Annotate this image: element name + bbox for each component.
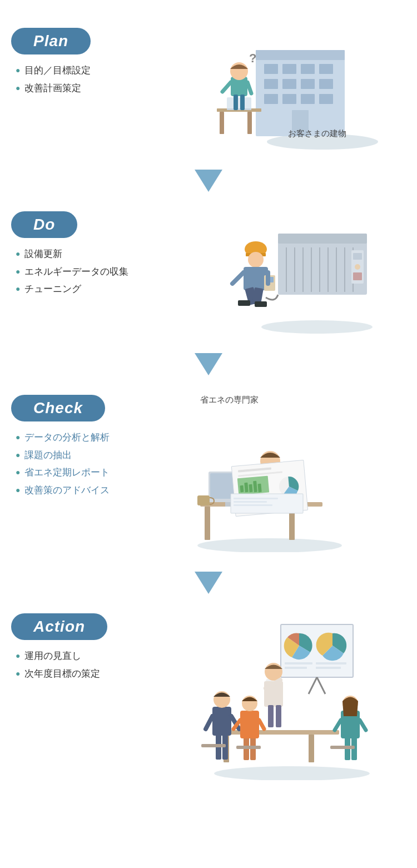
- svg-line-123: [360, 720, 366, 730]
- svg-rect-12: [282, 94, 296, 104]
- arrow-down-icon-3: [192, 569, 225, 597]
- svg-line-52: [232, 272, 244, 284]
- svg-rect-77: [249, 484, 252, 492]
- svg-rect-83: [234, 501, 267, 503]
- svg-line-25: [247, 82, 251, 93]
- svg-rect-56: [238, 300, 250, 306]
- plan-left: Plan 目的／目標設定 改善計画策定: [11, 28, 178, 98]
- svg-rect-57: [255, 301, 267, 307]
- plan-bullet-2: 改善計画策定: [16, 81, 178, 96]
- svg-point-44: [355, 264, 360, 270]
- page-container: Plan 目的／目標設定 改善計画策定: [0, 0, 417, 808]
- svg-rect-126: [330, 746, 355, 749]
- check-bullet-2: 課題の抽出: [16, 448, 178, 463]
- expert-label: 省エネの専門家: [200, 395, 259, 405]
- svg-rect-108: [212, 707, 231, 736]
- svg-rect-6: [319, 64, 333, 74]
- check-bullet-3: 省エネ定期レポート: [16, 465, 178, 480]
- svg-rect-102: [276, 705, 281, 727]
- do-bullet-3: チューニング: [16, 282, 178, 296]
- arrow-down-icon-1: [192, 167, 225, 195]
- check-right: 省エネの専門家: [178, 395, 406, 552]
- action-label: Action: [33, 618, 85, 635]
- do-section: Do 設備更新 エネルギーデータの収集 チューニング: [0, 206, 417, 334]
- arrow-1: [0, 161, 417, 206]
- svg-rect-45: [353, 272, 362, 280]
- svg-rect-95: [316, 662, 346, 664]
- svg-line-122: [335, 720, 341, 730]
- arrow-2: [0, 345, 417, 389]
- do-badge: Do: [11, 211, 77, 238]
- svg-rect-101: [268, 705, 274, 727]
- svg-rect-10: [319, 79, 333, 89]
- svg-rect-5: [301, 64, 315, 74]
- arrow-down-icon-2: [192, 350, 225, 378]
- svg-rect-7: [264, 79, 278, 89]
- plan-bullet-list: 目的／目標設定 改善計画策定: [16, 63, 178, 95]
- svg-rect-81: [231, 494, 303, 513]
- do-bullet-list: 設備更新 エネルギーデータの収集 チューニング: [16, 247, 178, 296]
- action-right: [178, 613, 406, 780]
- svg-rect-93: [285, 662, 312, 664]
- plan-right: ? お客さまの建物: [178, 28, 406, 150]
- action-section: Action 運用の見直し 次年度目標の策定: [0, 608, 417, 780]
- svg-line-110: [206, 716, 212, 729]
- svg-point-87: [214, 766, 370, 780]
- svg-rect-94: [285, 667, 307, 669]
- do-right: [178, 211, 406, 334]
- check-section: Check データの分析と解析 課題の抽出 省エネ定期レポート 改善策のアドバイ…: [0, 389, 417, 552]
- do-left: Do 設備更新 エネルギーデータの収集 チューニング: [11, 211, 178, 300]
- svg-rect-125: [236, 746, 261, 749]
- svg-rect-13: [301, 94, 315, 104]
- svg-rect-8: [282, 79, 296, 89]
- svg-rect-3: [264, 64, 278, 74]
- svg-text:?: ?: [249, 51, 256, 65]
- svg-rect-14: [319, 94, 333, 104]
- svg-text:お客さまの建物: お客さまの建物: [288, 128, 346, 138]
- svg-rect-82: [234, 498, 278, 499]
- plan-label: Plan: [33, 32, 68, 49]
- svg-rect-26: [234, 95, 238, 110]
- action-badge: Action: [11, 613, 107, 640]
- svg-rect-32: [278, 234, 367, 244]
- action-bullet-1: 運用の見直し: [16, 649, 178, 663]
- svg-point-59: [197, 538, 342, 552]
- svg-rect-61: [205, 507, 210, 540]
- check-bullet-4: 改善策のアドバイス: [16, 483, 178, 498]
- svg-rect-96: [316, 667, 341, 669]
- svg-rect-18: [247, 112, 252, 134]
- svg-rect-20: [227, 108, 251, 110]
- svg-point-48: [248, 252, 264, 267]
- arrow-3: [0, 563, 417, 608]
- check-illustration: [178, 408, 350, 552]
- svg-line-90: [317, 677, 325, 694]
- check-label: Check: [33, 399, 83, 416]
- svg-rect-9: [301, 79, 315, 89]
- svg-point-30: [261, 320, 373, 334]
- svg-line-117: [259, 720, 264, 729]
- check-badge: Check: [11, 395, 105, 421]
- svg-rect-19: [227, 97, 251, 110]
- check-bullet-1: データの分析と解析: [16, 430, 178, 445]
- svg-rect-103: [217, 730, 339, 735]
- plan-section: Plan 目的／目標設定 改善計画策定: [0, 17, 417, 150]
- svg-rect-85: [197, 495, 210, 505]
- do-label: Do: [33, 216, 55, 233]
- svg-rect-27: [240, 95, 245, 110]
- svg-line-89: [309, 677, 317, 694]
- svg-marker-86: [195, 572, 222, 594]
- svg-marker-58: [195, 353, 222, 375]
- svg-rect-43: [353, 253, 362, 260]
- svg-line-24: [222, 82, 231, 92]
- do-illustration: [206, 211, 378, 334]
- check-bullet-list: データの分析と解析 課題の抽出 省エネ定期レポート 改善策のアドバイス: [16, 430, 178, 497]
- svg-marker-29: [195, 170, 222, 192]
- svg-rect-84: [234, 504, 272, 506]
- action-bullet-list: 運用の見直し 次年度目標の策定: [16, 649, 178, 681]
- action-illustration: [200, 613, 384, 780]
- check-left: Check データの分析と解析 課題の抽出 省エネ定期レポート 改善策のアドバイ…: [11, 395, 178, 500]
- svg-rect-75: [240, 485, 244, 492]
- svg-rect-105: [309, 735, 314, 762]
- svg-rect-17: [220, 112, 224, 134]
- plan-illustration: ? お客さまの建物: [206, 28, 378, 150]
